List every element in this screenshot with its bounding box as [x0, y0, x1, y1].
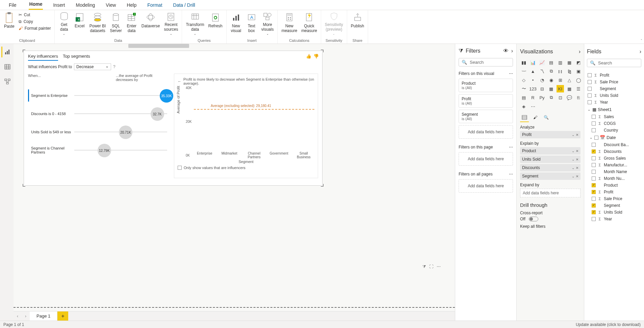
analytics-well-tab[interactable]: 🔍	[542, 113, 550, 122]
viz-type-icon[interactable]: ▣	[575, 67, 582, 75]
influencer-row[interactable]: Units Sold is 549 or less20.71K	[28, 123, 170, 141]
viz-type-icon[interactable]: ▦	[566, 59, 573, 66]
viz-type-icon[interactable]: ◈	[520, 103, 527, 110]
publish-button[interactable]: Publish	[349, 11, 366, 37]
viz-type-icon[interactable]: 〰	[520, 67, 527, 75]
sql-server-button[interactable]: SQL Server	[108, 11, 123, 37]
field-item[interactable]: ΣSale Price	[587, 79, 641, 85]
field-item[interactable]: ΣYear	[587, 99, 641, 106]
chevron-down-icon[interactable]: ⌄	[572, 174, 574, 178]
remove-field-icon[interactable]: ✕	[576, 158, 578, 161]
thumbs-down-icon[interactable]: 👎	[313, 54, 319, 59]
enter-data-button[interactable]: +Enter data	[124, 11, 139, 37]
checkbox-icon[interactable]	[592, 128, 596, 132]
viz-type-icon[interactable]: ◉	[547, 76, 555, 84]
pbi-datasets-button[interactable]: Power BI datasets	[88, 11, 108, 37]
chevron-right-icon[interactable]: ›	[640, 49, 641, 55]
field-well-item[interactable]: Units Sold⌄✕	[520, 156, 581, 163]
checkbox-icon[interactable]	[588, 100, 592, 104]
viz-type-icon[interactable]: ⧉	[547, 67, 555, 75]
field-item[interactable]: ΣProfit	[591, 189, 641, 195]
viz-type-icon[interactable]: Py	[538, 94, 546, 101]
filter-card[interactable]: Profitis (All)	[459, 94, 513, 108]
resize-handle[interactable]	[321, 184, 324, 187]
viz-type-icon[interactable]: 📈	[538, 59, 546, 66]
quick-measure-button[interactable]: Quick measure	[300, 11, 319, 37]
more-options-icon[interactable]: ⋯	[437, 264, 441, 269]
direction-select[interactable]: Decrease	[74, 63, 111, 70]
viz-type-icon[interactable]: ▦	[566, 85, 573, 92]
influencer-row[interactable]: Segment is Channel Partners12.79K	[28, 141, 170, 159]
recent-sources-button[interactable]: Recent sources⌄	[162, 11, 180, 37]
field-item[interactable]: ΣYear	[591, 216, 641, 222]
viz-type-icon[interactable]: 〽	[538, 67, 546, 75]
checkbox-icon[interactable]	[588, 93, 592, 98]
dataverse-button[interactable]: Dataverse	[140, 11, 162, 37]
sensitivity-button[interactable]: Sensitivity (preview)⌄	[323, 11, 345, 37]
field-item[interactable]: Month Name	[591, 168, 641, 175]
chevron-right-icon[interactable]: ›	[579, 49, 581, 55]
checkbox-icon[interactable]	[592, 217, 596, 221]
filters-search[interactable]: 🔍Search	[459, 58, 513, 66]
field-item[interactable]: Product	[591, 182, 641, 189]
thumbs-up-icon[interactable]: 👍	[306, 54, 311, 59]
viz-type-icon[interactable]: 〜	[520, 85, 527, 92]
viz-type-icon[interactable]: ⊡	[557, 94, 564, 101]
remove-field-icon[interactable]: ✕	[576, 149, 578, 153]
model-view-button[interactable]	[1, 76, 12, 87]
checkbox-icon[interactable]	[588, 73, 592, 77]
field-item[interactable]: Country	[591, 127, 641, 134]
more-icon[interactable]: ⋯	[509, 71, 513, 76]
viz-type-icon[interactable]: ▥	[557, 59, 564, 66]
add-page-button[interactable]: +	[57, 311, 68, 321]
chevron-down-icon[interactable]: ⌄	[572, 149, 574, 153]
expand-drop[interactable]: Add data fields here	[520, 189, 581, 197]
text-box-button[interactable]: AText box	[244, 11, 259, 37]
fields-search[interactable]: 🔍Search	[587, 59, 641, 67]
field-item[interactable]: ΣProfit	[587, 72, 641, 79]
checkbox-icon[interactable]	[592, 143, 596, 147]
resize-handle[interactable]	[23, 50, 25, 52]
resize-handle[interactable]	[321, 50, 324, 52]
back-arrow-icon[interactable]: ←	[178, 79, 181, 83]
viz-type-icon[interactable]: 💬	[566, 94, 573, 101]
more-icon[interactable]: ⋯	[509, 145, 513, 149]
viz-type-icon[interactable]: 123	[529, 85, 537, 92]
tab-top-segments[interactable]: Top segments	[63, 54, 90, 61]
cut-button[interactable]: ✂Cut	[17, 12, 52, 18]
filter-icon[interactable]: ⧩	[422, 264, 426, 269]
checkbox-icon[interactable]	[592, 121, 596, 126]
report-view-button[interactable]	[1, 47, 12, 57]
checkbox-icon[interactable]	[592, 190, 596, 194]
field-well-item[interactable]: Discounts⌄✕	[520, 164, 581, 171]
chevron-down-icon[interactable]: ⌄	[572, 133, 574, 137]
viz-type-icon[interactable]: ☰	[575, 85, 582, 92]
checkbox-icon[interactable]	[594, 136, 598, 140]
field-item[interactable]: ΣSale Price	[591, 195, 641, 202]
checkbox-icon[interactable]	[592, 183, 596, 187]
field-item[interactable]: Discount Ba...	[591, 141, 641, 148]
filters-all-drop[interactable]: Add data fields here	[459, 179, 513, 193]
menu-file[interactable]: File	[6, 1, 19, 10]
menu-format[interactable]: Format	[147, 1, 163, 10]
menu-modeling[interactable]: Modeling	[75, 1, 96, 10]
new-visual-button[interactable]: New visual	[229, 11, 243, 37]
viz-type-icon[interactable]: 📊	[529, 59, 537, 66]
viz-type-icon[interactable]: ▮▮	[520, 59, 527, 66]
influencer-row[interactable]: Segment is Enterprise35.33K	[28, 86, 170, 105]
influencer-row[interactable]: Discounts is 0 - 415832.7K	[28, 105, 170, 123]
remove-field-icon[interactable]: ✕	[576, 133, 578, 137]
field-item[interactable]: Segment	[591, 202, 641, 209]
data-view-button[interactable]	[1, 61, 12, 72]
viz-type-icon[interactable]: ▦	[547, 85, 555, 92]
field-item[interactable]: ΣGross Sales	[591, 155, 641, 162]
chevron-down-icon[interactable]: ⌄	[572, 158, 574, 161]
field-item[interactable]: ΣDiscounts	[591, 148, 641, 155]
viz-type-icon[interactable]: R	[529, 94, 537, 101]
menu-insert[interactable]: Insert	[52, 1, 66, 10]
crossreport-toggle[interactable]	[529, 217, 538, 221]
checkbox-icon[interactable]	[588, 87, 592, 91]
filters-visual-drop[interactable]: Add data fields here	[459, 125, 513, 139]
focus-mode-icon[interactable]: ⛶	[429, 264, 433, 269]
field-item[interactable]: ΣManufactur...	[591, 162, 641, 168]
